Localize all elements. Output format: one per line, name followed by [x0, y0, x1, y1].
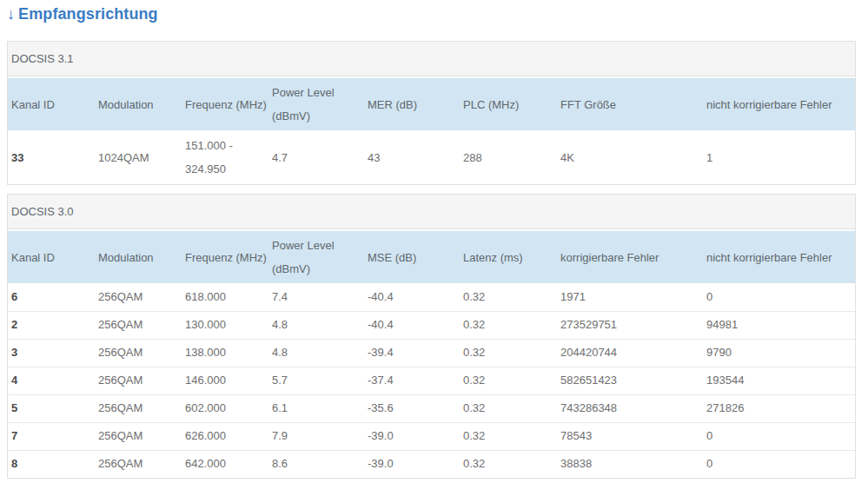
cell: 271826: [703, 394, 855, 422]
table-header-row: Kanal ID Modulation Frequenz (MHz) Power…: [8, 78, 855, 130]
cell: 146.000: [182, 367, 268, 394]
table-row: 8256QAM642.0008.6-39.00.32388380: [8, 450, 855, 478]
table-row: 331024QAM151.000 - 324.9504.7432884K1: [8, 130, 855, 184]
cell-kanal-id: 8: [8, 450, 95, 478]
column-header-power-level: Power Level (dBmV): [268, 231, 364, 283]
cell-kanal-id: 3: [8, 339, 95, 367]
cell: 642.000: [182, 450, 268, 478]
column-header-frequenz: Frequenz (MHz): [182, 78, 268, 130]
cell: 256QAM: [95, 339, 182, 367]
table-row: 7256QAM626.0007.9-39.00.32785430: [8, 422, 855, 450]
cell: 78543: [557, 422, 703, 450]
table-row: 6256QAM618.0007.4-40.40.3219710: [8, 283, 855, 311]
cell: 743286348: [557, 394, 703, 422]
column-header-power-level: Power Level (dBmV): [268, 78, 364, 130]
cell: 0: [703, 422, 855, 450]
cell: -40.4: [364, 283, 460, 311]
cell: 38838: [557, 450, 703, 478]
cell: 1: [703, 130, 855, 184]
cell: 4.8: [268, 311, 364, 339]
cell: 0: [703, 450, 855, 478]
cell: 5.7: [268, 367, 364, 394]
cell: 618.000: [182, 283, 268, 311]
cell: 4.7: [268, 130, 364, 184]
cell: 4.8: [268, 339, 364, 367]
cell: 256QAM: [95, 394, 182, 422]
table-row: 2256QAM130.0004.8-40.40.3227352975194981: [8, 311, 855, 339]
column-header-mse: MSE (dB): [364, 231, 460, 283]
cell: 0.32: [460, 367, 557, 394]
cell: 138.000: [182, 339, 268, 367]
cell: 256QAM: [95, 283, 182, 311]
section-header-label: DOCSIS 3.0: [11, 205, 74, 218]
cell-kanal-id: 2: [8, 311, 95, 339]
cell: 94981: [703, 311, 855, 339]
cell: 1024QAM: [95, 130, 182, 184]
table-header-row: Kanal ID Modulation Frequenz (MHz) Power…: [8, 231, 855, 283]
cell-kanal-id: 33: [8, 130, 95, 184]
column-header-nicht-korrigierbare-fehler: nicht korrigierbare Fehler: [703, 78, 855, 130]
section-header-label: DOCSIS 3.1: [11, 52, 74, 65]
docsis30-table: Kanal ID Modulation Frequenz (MHz) Power…: [8, 231, 855, 478]
cell: 6.1: [268, 394, 364, 422]
cell: 0.32: [460, 339, 557, 367]
docsis31-section: DOCSIS 3.1 Kanal ID Modulation Frequenz …: [7, 41, 856, 185]
column-header-kanal-id: Kanal ID: [8, 78, 95, 130]
column-header-mer: MER (dB): [364, 78, 460, 130]
column-header-fft-groesse: FFT Größe: [557, 78, 703, 130]
cell: -39.4: [364, 339, 460, 367]
cell: 9790: [703, 339, 855, 367]
cell: 0.32: [460, 394, 557, 422]
docsis30-section: DOCSIS 3.0 Kanal ID Modulation Frequenz …: [7, 194, 856, 479]
cell-kanal-id: 6: [8, 283, 95, 311]
cell: 130.000: [182, 311, 268, 339]
cell: 0.32: [460, 422, 557, 450]
cell: 204420744: [557, 339, 703, 367]
cell: 0.32: [460, 450, 557, 478]
cell: -39.0: [364, 422, 460, 450]
table-row: 5256QAM602.0006.1-35.60.3274328634827182…: [8, 394, 855, 422]
column-header-kanal-id: Kanal ID: [8, 231, 95, 283]
cell: 256QAM: [95, 311, 182, 339]
cell: 256QAM: [95, 450, 182, 478]
cell: 193544: [703, 367, 855, 394]
section-header-docsis30: DOCSIS 3.0: [8, 195, 855, 229]
cell: 0: [703, 283, 855, 311]
cell: -37.4: [364, 367, 460, 394]
cell: 273529751: [557, 311, 703, 339]
cell: 256QAM: [95, 367, 182, 394]
column-header-frequenz: Frequenz (MHz): [182, 231, 268, 283]
column-header-latenz: Latenz (ms): [460, 231, 557, 283]
cell: 4K: [557, 130, 703, 184]
cell-kanal-id: 7: [8, 422, 95, 450]
column-header-nicht-korrigierbare-fehler: nicht korrigierbare Fehler: [703, 231, 855, 283]
page-title-label: Empfangsrichtung: [18, 5, 158, 23]
column-header-korrigierbare-fehler: korrigierbare Fehler: [557, 231, 703, 283]
docsis31-table: Kanal ID Modulation Frequenz (MHz) Power…: [8, 78, 855, 184]
down-arrow-icon: ↓: [7, 5, 15, 23]
cell: 256QAM: [95, 422, 182, 450]
cell-kanal-id: 4: [8, 367, 95, 394]
section-header-docsis31: DOCSIS 3.1: [8, 42, 855, 76]
cell: 626.000: [182, 422, 268, 450]
cell: 582651423: [557, 367, 703, 394]
cell: 288: [460, 130, 557, 184]
cell: 7.9: [268, 422, 364, 450]
table-row: 3256QAM138.0004.8-39.40.322044207449790: [8, 339, 855, 367]
cell: 7.4: [268, 283, 364, 311]
column-header-modulation: Modulation: [95, 78, 182, 130]
column-header-modulation: Modulation: [95, 231, 182, 283]
cell: 8.6: [268, 450, 364, 478]
cell: 43: [364, 130, 460, 184]
cell: 0.32: [460, 283, 557, 311]
cell: -39.0: [364, 450, 460, 478]
cell: 1971: [557, 283, 703, 311]
cell: -35.6: [364, 394, 460, 422]
cell-kanal-id: 5: [8, 394, 95, 422]
cell: 0.32: [460, 311, 557, 339]
cell: 602.000: [182, 394, 268, 422]
table-row: 4256QAM146.0005.7-37.40.3258265142319354…: [8, 367, 855, 394]
cell: -40.4: [364, 311, 460, 339]
empfangsrichtung-heading[interactable]: ↓Empfangsrichtung: [7, 6, 861, 22]
cell: 151.000 - 324.950: [182, 130, 268, 184]
